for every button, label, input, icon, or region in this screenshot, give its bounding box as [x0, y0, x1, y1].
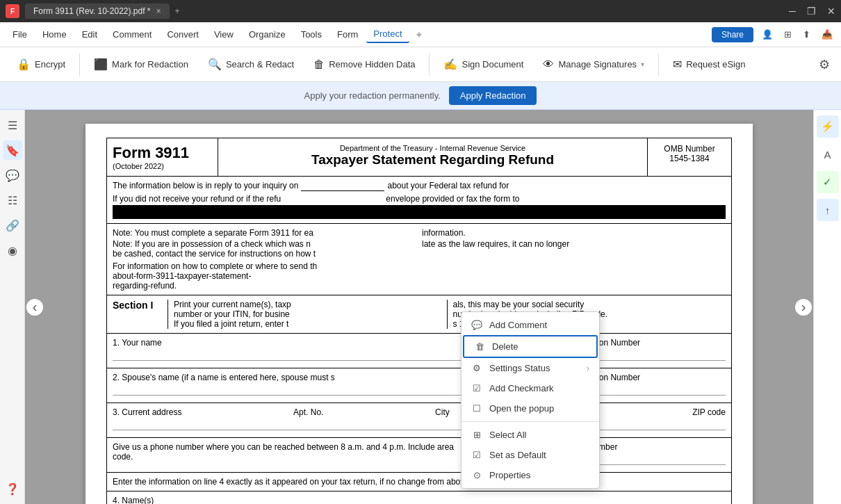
- share-button[interactable]: Share: [712, 27, 753, 42]
- ctx-properties[interactable]: ⊙ Properties: [462, 465, 599, 485]
- ctx-set-default[interactable]: ☑ Set as Default: [462, 445, 599, 465]
- ctx-add-checkmark[interactable]: ☑ Add Checkmark: [462, 378, 599, 398]
- for-info-text: For information on how to complete or wh…: [113, 261, 416, 271]
- pdf-line4-instruction: Enter the information on line 4 exactly …: [107, 473, 731, 491]
- user-icon[interactable]: 👤: [759, 26, 776, 42]
- remove-hidden-label: Remove Hidden Data: [329, 59, 415, 70]
- intro-field: [301, 181, 384, 191]
- mark-redaction-button[interactable]: ⬛ Mark for Redaction: [85, 54, 197, 75]
- separator-3: [658, 54, 659, 76]
- menu-home[interactable]: Home: [35, 26, 74, 42]
- section-desc3: If you filed a joint return, enter t: [174, 319, 441, 329]
- field1-label: 1. Your name: [113, 338, 514, 348]
- phone-text: Give us a phone number where you can be …: [113, 442, 467, 462]
- close-tab-icon[interactable]: ×: [156, 6, 161, 16]
- sign-document-button[interactable]: ✍ Sign Document: [435, 54, 532, 75]
- menu-right-area: Share 👤 ⊞ ⬆ 📥: [712, 26, 835, 42]
- sidebar-bottom: ❓: [3, 479, 22, 498]
- layout-icon[interactable]: ⊞: [781, 26, 794, 42]
- dept-label: Department of the Treasury - Internal Re…: [224, 144, 642, 152]
- dropdown-arrow: ▾: [641, 60, 644, 68]
- section-title-text: Section I: [113, 300, 153, 311]
- field4-label: 4. Name(s): [113, 496, 726, 504]
- menu-convert[interactable]: Convert: [160, 26, 206, 42]
- ctx-open-popup[interactable]: ☐ Open the popup: [462, 398, 599, 418]
- sidebar-link-icon[interactable]: 🔗: [3, 216, 22, 235]
- close-button[interactable]: ✕: [827, 6, 835, 17]
- minimize-button[interactable]: ─: [789, 6, 796, 17]
- phone-area: Give us a phone number where you can be …: [113, 442, 473, 468]
- apply-redaction-button[interactable]: Apply Redaction: [449, 86, 537, 105]
- sidebar-bookmark-icon[interactable]: 🔖: [3, 140, 22, 160]
- properties-icon: ⊙: [471, 470, 482, 480]
- right-check-icon[interactable]: ✓: [817, 171, 839, 193]
- remove-hidden-button[interactable]: 🗑 Remove Hidden Data: [305, 54, 423, 75]
- ctx-settings-status-label: Settings Status: [489, 363, 550, 373]
- notes-right: information. late as the law requires, i…: [422, 228, 726, 291]
- sidebar-pages-icon[interactable]: ☷: [3, 190, 22, 210]
- note3-text: be cashed, contact the service for instr…: [113, 249, 416, 259]
- pdf-header-center: Department of the Treasury - Internal Re…: [218, 138, 648, 176]
- manage-signatures-button[interactable]: 👁 Manage Signatures ▾: [534, 54, 653, 75]
- intro-text2: about your Federal tax refund for: [387, 181, 509, 191]
- for-info-end: regarding-refund.: [113, 281, 416, 291]
- form-date-text: (October 2022): [113, 162, 212, 170]
- right-upload-icon[interactable]: ↑: [817, 199, 839, 221]
- help-icon[interactable]: ❓: [3, 479, 22, 498]
- manage-signatures-label: Manage Signatures: [558, 59, 637, 70]
- sidebar-menu-icon[interactable]: ☰: [3, 115, 22, 135]
- context-menu: 💬 Add Comment 🗑 Delete ⚙ Settings Status…: [461, 311, 600, 489]
- active-tab[interactable]: Form 3911 (Rev. 10-2022).pdf * ×: [25, 3, 170, 19]
- inbox-icon[interactable]: 📥: [819, 26, 835, 42]
- right-ai-icon[interactable]: ⚡: [817, 115, 839, 138]
- field3-line: [113, 420, 726, 430]
- menu-bar: File Home Edit Comment Convert View Orga…: [0, 22, 841, 47]
- settings-icon[interactable]: ⚙: [816, 54, 833, 75]
- magic-wand-icon[interactable]: ✦: [415, 29, 423, 40]
- new-tab-button[interactable]: +: [170, 3, 186, 19]
- omb-number: 1545-1384: [653, 154, 726, 163]
- intro-line: The information below is in reply to you…: [113, 181, 726, 191]
- redacted-bar: [113, 205, 726, 219]
- restore-button[interactable]: ❐: [807, 6, 816, 17]
- title-bar: F Form 3911 (Rev. 10-2022).pdf * × + ─ ❐…: [0, 0, 841, 22]
- pdf-notes-row: Note: You must complete a separate Form …: [107, 224, 731, 295]
- menu-form[interactable]: Form: [330, 26, 365, 42]
- notify-bar: Apply your redaction permanently. Apply …: [0, 82, 841, 110]
- nav-left-arrow[interactable]: ‹: [26, 299, 43, 316]
- menu-comment[interactable]: Comment: [106, 26, 158, 42]
- document-area[interactable]: ‹ Form 3911 (October 2022) Department of…: [25, 110, 813, 504]
- menu-file[interactable]: File: [6, 26, 34, 42]
- ctx-open-popup-label: Open the popup: [489, 403, 554, 414]
- menu-protect[interactable]: Protect: [366, 26, 409, 43]
- menu-edit[interactable]: Edit: [75, 26, 104, 42]
- encrypt-icon: 🔒: [17, 58, 31, 71]
- delete-icon: 🗑: [474, 341, 485, 352]
- sidebar-comment-icon[interactable]: 💬: [3, 165, 22, 185]
- upload-icon[interactable]: ⬆: [800, 26, 813, 42]
- encrypt-button[interactable]: 🔒 Encrypt: [8, 54, 74, 75]
- ctx-add-comment[interactable]: 💬 Add Comment: [462, 315, 599, 335]
- field3-labels: 3. Current address Apt. No. City State Z…: [113, 407, 726, 417]
- request-esign-button[interactable]: ✉ Request eSign: [664, 54, 753, 75]
- envelope-text: envelope provided or fax the form to: [283, 194, 519, 204]
- ctx-delete[interactable]: 🗑 Delete: [463, 335, 598, 358]
- pdf-section-row: Section I Print your current name(s), ta…: [107, 295, 731, 334]
- ctx-settings-status[interactable]: ⚙ Settings Status ›: [462, 358, 599, 378]
- field3-apt: Apt. No.: [293, 407, 323, 417]
- pdf-header: Form 3911 (October 2022) Department of t…: [106, 138, 732, 177]
- search-redact-button[interactable]: 🔍 Search & Redact: [199, 54, 302, 75]
- nav-right-arrow[interactable]: ›: [795, 299, 812, 316]
- for-info-url: about-form-3911-taxpayer-statement-: [113, 271, 416, 281]
- menu-organize[interactable]: Organize: [242, 26, 293, 42]
- settings-status-icon: ⚙: [471, 363, 482, 373]
- ctx-select-all-label: Select All: [489, 430, 526, 440]
- ctx-select-all[interactable]: ⊞ Select All: [462, 425, 599, 445]
- sidebar-layers-icon[interactable]: ◉: [3, 241, 22, 260]
- section-desc2: number or your ITIN, for busine: [174, 309, 441, 319]
- right-text-icon[interactable]: A: [817, 143, 839, 165]
- menu-view[interactable]: View: [207, 26, 240, 42]
- set-default-icon: ☑: [471, 450, 482, 460]
- pdf-form-number: Form 3911 (October 2022): [107, 138, 218, 176]
- menu-tools[interactable]: Tools: [294, 26, 329, 42]
